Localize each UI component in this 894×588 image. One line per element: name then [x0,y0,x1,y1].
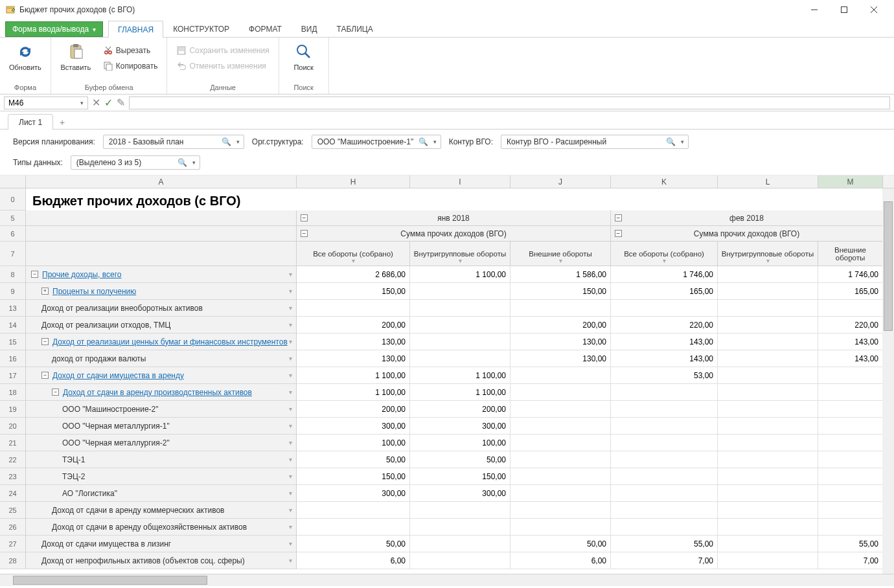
expand-icon[interactable]: − [41,372,49,379]
data-cell [510,468,611,485]
row-label: доход от продажи валюты▾ [26,350,297,367]
row-label: Доход от реализации отходов, ТМЦ▾ [26,317,297,334]
title-bar: Бюджет прочих доходов (с ВГО) [0,0,894,19]
accept-edit-icon[interactable]: ✓ [104,96,113,109]
data-cell [410,283,510,300]
filter-icon[interactable]: ▾ [289,456,292,463]
expand-icon[interactable]: − [31,271,38,278]
formula-bar: M46▾ ✕ ✓ ✎ [0,95,894,111]
data-cell [510,502,611,519]
data-cell: 1 100,00 [410,384,510,401]
collapse-icon[interactable]: − [615,230,622,237]
data-cell [718,435,818,451]
mode-button[interactable]: Форма ввода/вывода▾ [5,21,103,37]
add-sheet-button[interactable]: + [53,117,71,129]
paste-button[interactable]: Вставить [58,40,94,73]
collapse-icon[interactable]: − [301,214,308,221]
data-cell: 50,00 [510,536,611,552]
data-cell [718,519,818,536]
filter-icon[interactable]: ▾ [766,257,770,264]
filter-icon[interactable]: ▾ [289,288,292,295]
filter-icon[interactable]: ▾ [289,439,292,446]
formula-input[interactable] [129,96,890,109]
expand-icon[interactable]: − [41,338,49,345]
search-button[interactable]: Поиск [286,40,322,73]
filter-icon[interactable]: ▾ [289,355,292,362]
data-cell [818,367,883,384]
svg-rect-3 [842,7,847,13]
filter-icon[interactable]: ▾ [289,422,292,429]
filter-icon[interactable]: ▾ [289,557,292,564]
tab-constructor[interactable]: КОНСТРУКТОР [163,20,239,37]
filter-icon[interactable]: ▾ [289,405,292,413]
row-label: −Прочие доходы, всего▾ [26,266,297,283]
data-cell: 50,00 [297,536,410,552]
data-cell [718,266,818,283]
data-cell: 6,00 [297,552,410,569]
filter-icon[interactable]: ▾ [289,523,292,530]
data-types-combo[interactable]: (Выделено 3 из 5)🔍▾ [71,155,200,170]
filter-icon[interactable]: ▾ [289,473,292,480]
data-cell: 300,00 [410,485,510,502]
sheet-tab-1[interactable]: Лист 1 [8,114,53,130]
tab-table[interactable]: ТАБЛИЦА [327,20,383,37]
data-cell: 1 100,00 [410,266,510,283]
expand-icon[interactable]: + [41,288,49,295]
filter-icon[interactable]: ▾ [289,304,292,311]
data-cell [410,519,510,536]
close-button[interactable] [859,0,889,19]
vertical-scrollbar[interactable] [882,188,894,574]
cancel-changes-button[interactable]: Отменить изменения [174,60,271,73]
maximize-button[interactable] [829,0,859,19]
copy-icon [103,61,113,71]
data-cell [611,300,718,317]
filter-icon[interactable]: ▾ [289,506,292,514]
lookup-icon: 🔍 [418,137,428,146]
data-cell: 2 686,00 [297,266,410,283]
tab-format[interactable]: ФОРМАТ [239,20,292,37]
filter-icon[interactable]: ▾ [289,490,292,497]
name-box[interactable]: M46▾ [4,96,88,109]
tab-main[interactable]: ГЛАВНАЯ [108,21,163,38]
org-combo[interactable]: ООО "Машиностроение-1"🔍▾ [312,135,441,149]
copy-button[interactable]: Копировать [100,60,161,73]
tab-view[interactable]: ВИД [292,20,327,37]
filter-icon[interactable]: ▾ [459,257,462,264]
cancel-edit-icon[interactable]: ✕ [92,96,100,109]
data-cell [718,367,818,384]
fx-icon[interactable]: ✎ [117,96,125,109]
refresh-button[interactable]: Обновить [6,40,44,73]
filter-icon[interactable]: ▾ [352,257,355,264]
row-label: ООО "Черная металлургия-1"▾ [26,418,297,435]
svg-line-18 [305,53,310,58]
filter-icon[interactable]: ▾ [663,257,666,264]
filter-icon[interactable]: ▾ [849,257,852,264]
filter-icon[interactable]: ▾ [289,540,292,547]
data-cell [818,401,883,418]
data-cell [718,536,818,552]
filter-icon[interactable]: ▾ [289,338,292,345]
data-cell [611,502,718,519]
collapse-icon[interactable]: − [615,214,622,221]
filter-icon[interactable]: ▾ [289,389,292,396]
filter-icon[interactable]: ▾ [289,321,292,328]
expand-icon[interactable]: − [52,389,59,396]
data-cell [297,502,410,519]
data-cell [611,519,718,536]
filter-icon[interactable]: ▾ [289,271,292,278]
vgo-combo[interactable]: Контур ВГО - Расширенный🔍▾ [501,135,689,149]
spreadsheet-grid[interactable]: AHIJKLM 0Бюджет прочих доходов (с ВГО)5−… [0,175,894,574]
data-cell [718,468,818,485]
data-cell: 130,00 [510,334,611,350]
window-title: Бюджет прочих доходов (с ВГО) [19,5,135,14]
filter-icon[interactable]: ▾ [289,372,292,379]
row-label: Доход от сдачи в аренду коммерческих акт… [26,502,297,519]
minimize-button[interactable] [799,0,829,19]
save-changes-button[interactable]: Сохранить изменения [174,44,271,57]
collapse-icon[interactable]: − [301,230,308,237]
filter-icon[interactable]: ▾ [559,257,562,264]
plan-version-combo[interactable]: 2018 - Базовый план🔍▾ [103,135,244,149]
cut-button[interactable]: Вырезать [100,44,161,57]
data-cell: 53,00 [611,367,718,384]
horizontal-scrollbar[interactable] [0,574,894,586]
